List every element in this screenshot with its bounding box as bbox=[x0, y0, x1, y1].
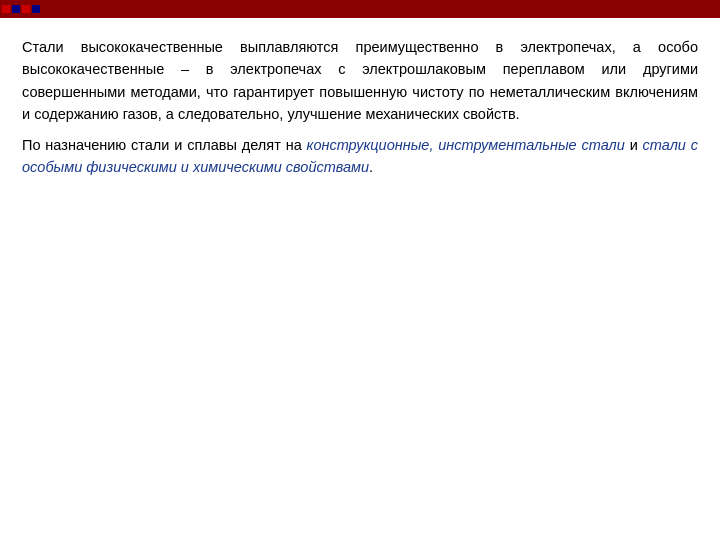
logo-blue-square bbox=[12, 5, 20, 13]
logo-blue-square2 bbox=[32, 5, 40, 13]
paragraph-2-italic-1: конструкционные, инструментальные стали bbox=[307, 137, 625, 153]
top-bar bbox=[0, 0, 720, 18]
logo-red-square2 bbox=[22, 5, 30, 13]
paragraph-2: По назначению стали и сплавы делят на ко… bbox=[22, 134, 698, 179]
content-area: Стали высококачественные выплавляются пр… bbox=[0, 18, 720, 205]
paragraph-2-prefix: По назначению стали и сплавы делят на bbox=[22, 137, 307, 153]
paragraph-1: Стали высококачественные выплавляются пр… bbox=[22, 36, 698, 126]
logo bbox=[2, 5, 40, 13]
paragraph-2-suffix: . bbox=[369, 159, 373, 175]
logo-red-square bbox=[2, 5, 10, 13]
paragraph-2-middle: и bbox=[625, 137, 643, 153]
